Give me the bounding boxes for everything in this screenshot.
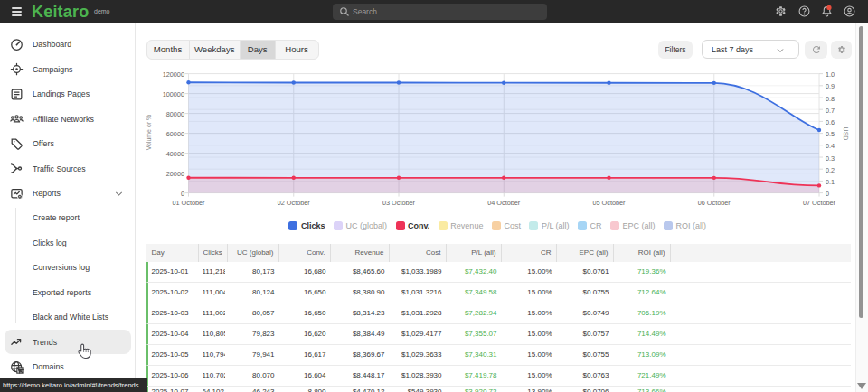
svg-text:20000: 20000 [166,170,184,178]
svg-text:40000: 40000 [166,150,184,158]
svg-text:1.0: 1.0 [826,70,835,79]
svg-text:0: 0 [181,190,184,198]
svg-text:Volume or %: Volume or % [146,115,152,151]
svg-text:07 October: 07 October [803,199,836,207]
svg-text:04 October: 04 October [487,199,521,207]
svg-text:05 October: 05 October [592,199,626,207]
svg-text:0.5: 0.5 [826,130,835,138]
svg-text:0.3: 0.3 [826,154,835,163]
svg-text:0.2: 0.2 [826,166,835,174]
svg-text:USD: USD [843,127,849,141]
svg-text:0.4: 0.4 [826,142,835,150]
svg-text:0.7: 0.7 [826,107,835,115]
svg-text:60000: 60000 [166,130,184,138]
svg-text:0: 0 [826,190,829,198]
svg-text:01 October: 01 October [172,199,205,207]
svg-text:0.1: 0.1 [826,178,835,186]
svg-text:120000: 120000 [163,70,184,79]
svg-text:03 October: 03 October [382,199,416,207]
svg-text:0.6: 0.6 [826,118,835,126]
svg-text:0.8: 0.8 [826,95,835,103]
svg-text:0.9: 0.9 [826,82,835,90]
svg-text:80000: 80000 [166,110,184,118]
svg-text:06 October: 06 October [698,199,731,207]
svg-text:02 October: 02 October [278,199,311,207]
svg-text:100000: 100000 [163,90,184,98]
